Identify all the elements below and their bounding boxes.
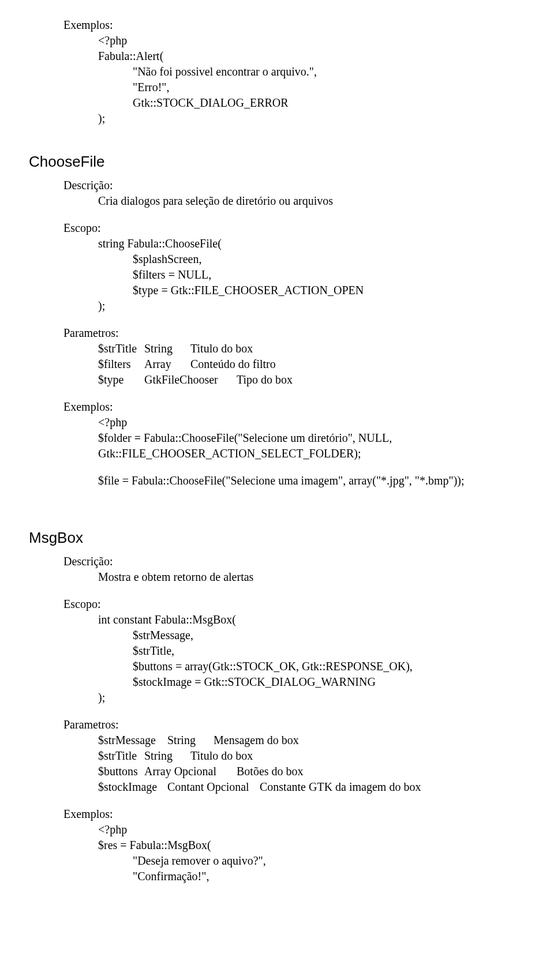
section-title-msgbox: MsgBox	[29, 528, 525, 548]
escopo-label: Escopo:	[63, 220, 525, 236]
code-line: "Confirmação!",	[133, 869, 525, 884]
descricao-label: Descrição:	[63, 554, 525, 569]
code-line: <?php	[98, 822, 525, 838]
code-line: $res = Fabula::MsgBox(	[98, 838, 525, 853]
code-line: $splashScreen,	[133, 251, 525, 267]
code-line: );	[98, 111, 525, 126]
code-line: );	[98, 690, 525, 705]
code-line: $buttons = array(Gtk::STOCK_OK, Gtk::RES…	[133, 659, 525, 674]
exemplos-label: Exemplos:	[63, 806, 525, 822]
param-row: $type GtkFileChooser Tipo do box	[98, 372, 525, 388]
escopo-label: Escopo:	[63, 596, 525, 612]
section-title-choosefile: ChooseFile	[29, 152, 525, 172]
exemplos-label: Exemplos:	[63, 17, 525, 33]
code-line: int constant Fabula::MsgBox(	[98, 612, 525, 628]
param-row: $strMessage String Mensagem do box	[98, 733, 525, 748]
code-line: Gtk::STOCK_DIALOG_ERROR	[133, 95, 525, 111]
code-line: <?php	[98, 415, 525, 430]
param-row: $strTitle String Titulo do box	[98, 748, 525, 764]
code-line: $strTitle,	[133, 643, 525, 659]
param-row: $buttons Array Opcional Botões do box	[98, 764, 525, 779]
parametros-label: Parametros:	[63, 325, 525, 341]
code-line: $strMessage,	[133, 628, 525, 643]
code-line: <?php	[98, 33, 525, 48]
code-line: string Fabula::ChooseFile(	[98, 236, 525, 251]
descricao-text: Cria dialogos para seleção de diretório …	[98, 193, 525, 209]
code-line: $file = Fabula::ChooseFile("Selecione um…	[98, 473, 525, 489]
code-line: Gtk::FILE_CHOOSER_ACTION_SELECT_FOLDER);	[98, 446, 525, 461]
code-line: );	[98, 298, 525, 314]
code-line: $filters = NULL,	[133, 267, 525, 283]
param-row: $stockImage Contant Opcional Constante G…	[98, 779, 525, 795]
code-line: $stockImage = Gtk::STOCK_DIALOG_WARNING	[133, 674, 525, 690]
exemplos-label: Exemplos:	[63, 399, 525, 415]
descricao-text: Mostra e obtem retorno de alertas	[98, 569, 525, 585]
descricao-label: Descrição:	[63, 178, 525, 193]
param-row: $filters Array Conteúdo do filtro	[98, 356, 525, 372]
code-line: Fabula::Alert(	[98, 48, 525, 64]
code-line: $type = Gtk::FILE_CHOOSER_ACTION_OPEN	[133, 283, 525, 298]
parametros-label: Parametros:	[63, 717, 525, 733]
code-line: "Erro!",	[133, 80, 525, 95]
code-line: "Não foi possivel encontrar o arquivo.",	[133, 64, 525, 80]
param-row: $strTitle String Titulo do box	[98, 341, 525, 356]
code-line: "Deseja remover o aquivo?",	[133, 853, 525, 869]
code-line: $folder = Fabula::ChooseFile("Selecione …	[98, 430, 525, 446]
